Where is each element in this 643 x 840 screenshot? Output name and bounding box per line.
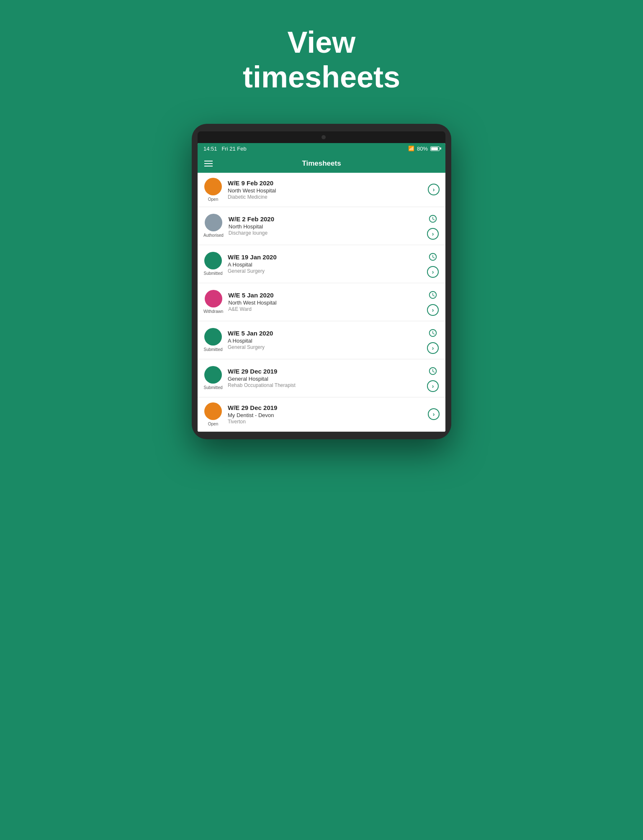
list-item[interactable]: Submitted W/E 19 Jan 2020 A Hospital Gen… bbox=[198, 245, 445, 283]
timesheet-info: W/E 9 Feb 2020 North West Hospital Diabe… bbox=[228, 179, 423, 200]
view-button[interactable]: › bbox=[427, 228, 439, 240]
timesheet-info: W/E 5 Jan 2020 North West Hospital A&E W… bbox=[228, 292, 421, 312]
timesheet-week: W/E 2 Feb 2020 bbox=[229, 215, 421, 223]
list-item[interactable]: Submitted W/E 5 Jan 2020 A Hospital Gene… bbox=[198, 321, 445, 359]
list-item[interactable]: Open W/E 29 Dec 2019 My Dentist - Devon … bbox=[198, 397, 445, 432]
timesheet-department: Discharge lounge bbox=[229, 230, 421, 236]
timesheet-actions: › bbox=[428, 408, 440, 420]
timesheet-info: W/E 5 Jan 2020 A Hospital General Surger… bbox=[228, 330, 421, 350]
history-button[interactable] bbox=[426, 326, 440, 340]
tablet-top-bar bbox=[198, 131, 445, 143]
timesheet-department: General Surgery bbox=[228, 268, 421, 274]
timesheet-info: W/E 29 Dec 2019 General Hospital Rehab O… bbox=[228, 368, 421, 388]
status-circle-wrapper: Submitted bbox=[203, 366, 223, 390]
timesheet-actions: › bbox=[426, 326, 440, 354]
status-label: Open bbox=[208, 197, 218, 202]
list-item[interactable]: Open W/E 9 Feb 2020 North West Hospital … bbox=[198, 173, 445, 207]
status-bar: 14:51 Fri 21 Feb 📶 80% bbox=[198, 143, 445, 154]
status-label: Submitted bbox=[203, 347, 222, 352]
timesheet-hospital: North Hospital bbox=[229, 223, 421, 230]
status-label: Authorised bbox=[203, 233, 224, 238]
timesheet-week: W/E 19 Jan 2020 bbox=[228, 254, 421, 261]
timesheet-actions: › bbox=[428, 184, 440, 195]
timesheet-hospital: My Dentist - Devon bbox=[228, 412, 423, 418]
timesheet-actions: › bbox=[426, 212, 440, 240]
status-circle bbox=[204, 252, 222, 269]
page-title: View timesheets bbox=[243, 25, 400, 95]
timesheet-actions: › bbox=[426, 250, 440, 278]
list-item[interactable]: Withdrawn W/E 5 Jan 2020 North West Hosp… bbox=[198, 283, 445, 321]
timesheet-department: General Surgery bbox=[228, 344, 421, 350]
status-circle-wrapper: Withdrawn bbox=[203, 290, 223, 314]
status-circle bbox=[205, 290, 222, 307]
status-label: Submitted bbox=[203, 385, 222, 390]
status-circle bbox=[204, 366, 222, 384]
status-label: Withdrawn bbox=[203, 309, 223, 314]
view-button[interactable]: › bbox=[428, 184, 440, 195]
timesheet-week: W/E 29 Dec 2019 bbox=[228, 368, 421, 375]
view-button[interactable]: › bbox=[428, 408, 440, 420]
status-circle-wrapper: Authorised bbox=[203, 214, 224, 238]
view-button[interactable]: › bbox=[427, 380, 439, 392]
timesheet-actions: › bbox=[426, 288, 440, 316]
view-button[interactable]: › bbox=[427, 266, 439, 278]
history-button[interactable] bbox=[426, 364, 440, 378]
app-header: Timesheets bbox=[198, 154, 445, 173]
list-item[interactable]: Authorised W/E 2 Feb 2020 North Hospital… bbox=[198, 207, 445, 245]
header-title: Timesheets bbox=[302, 159, 341, 168]
status-circle-wrapper: Open bbox=[203, 178, 223, 202]
view-button[interactable]: › bbox=[427, 304, 439, 316]
wifi-icon: 📶 bbox=[408, 146, 414, 151]
status-label: Open bbox=[208, 422, 218, 426]
timesheet-hospital: A Hospital bbox=[228, 261, 421, 268]
timesheet-info: W/E 19 Jan 2020 A Hospital General Surge… bbox=[228, 254, 421, 274]
menu-button[interactable] bbox=[204, 161, 213, 166]
timesheet-actions: › bbox=[426, 364, 440, 392]
timesheet-hospital: North West Hospital bbox=[228, 187, 423, 194]
timesheet-department: A&E Ward bbox=[228, 306, 421, 312]
timesheet-week: W/E 9 Feb 2020 bbox=[228, 179, 423, 187]
battery-icon bbox=[430, 146, 440, 151]
status-circle-wrapper: Submitted bbox=[203, 328, 223, 352]
status-circle-wrapper: Open bbox=[203, 402, 223, 426]
view-button[interactable]: › bbox=[427, 342, 439, 354]
timesheet-list: Open W/E 9 Feb 2020 North West Hospital … bbox=[198, 173, 445, 432]
timesheet-hospital: A Hospital bbox=[228, 338, 421, 344]
tablet-screen: 14:51 Fri 21 Feb 📶 80% Timesheets bbox=[198, 143, 445, 432]
history-button[interactable] bbox=[426, 288, 440, 302]
status-circle bbox=[205, 214, 222, 231]
timesheet-department: Tiverton bbox=[228, 419, 423, 425]
status-circle bbox=[204, 178, 222, 195]
timesheet-week: W/E 29 Dec 2019 bbox=[228, 404, 423, 411]
status-circle bbox=[204, 402, 222, 420]
status-bar-right: 📶 80% bbox=[408, 146, 440, 152]
timesheet-department: Diabetic Medicine bbox=[228, 194, 423, 200]
status-bar-time: 14:51 Fri 21 Feb bbox=[203, 146, 247, 152]
status-circle bbox=[204, 328, 222, 346]
list-item[interactable]: Submitted W/E 29 Dec 2019 General Hospit… bbox=[198, 359, 445, 397]
tablet-camera bbox=[322, 135, 326, 139]
timesheet-department: Rehab Occupational Therapist bbox=[228, 382, 421, 388]
timesheet-week: W/E 5 Jan 2020 bbox=[228, 330, 421, 337]
timesheet-info: W/E 2 Feb 2020 North Hospital Discharge … bbox=[229, 215, 421, 236]
timesheet-week: W/E 5 Jan 2020 bbox=[228, 292, 421, 299]
history-button[interactable] bbox=[426, 250, 440, 264]
timesheet-info: W/E 29 Dec 2019 My Dentist - Devon Tiver… bbox=[228, 404, 423, 425]
status-label: Submitted bbox=[203, 271, 222, 276]
status-circle-wrapper: Submitted bbox=[203, 252, 223, 276]
timesheet-hospital: General Hospital bbox=[228, 376, 421, 382]
timesheet-hospital: North West Hospital bbox=[228, 300, 421, 306]
history-button[interactable] bbox=[426, 212, 440, 225]
tablet-device: 14:51 Fri 21 Feb 📶 80% Timesheets bbox=[192, 124, 451, 439]
